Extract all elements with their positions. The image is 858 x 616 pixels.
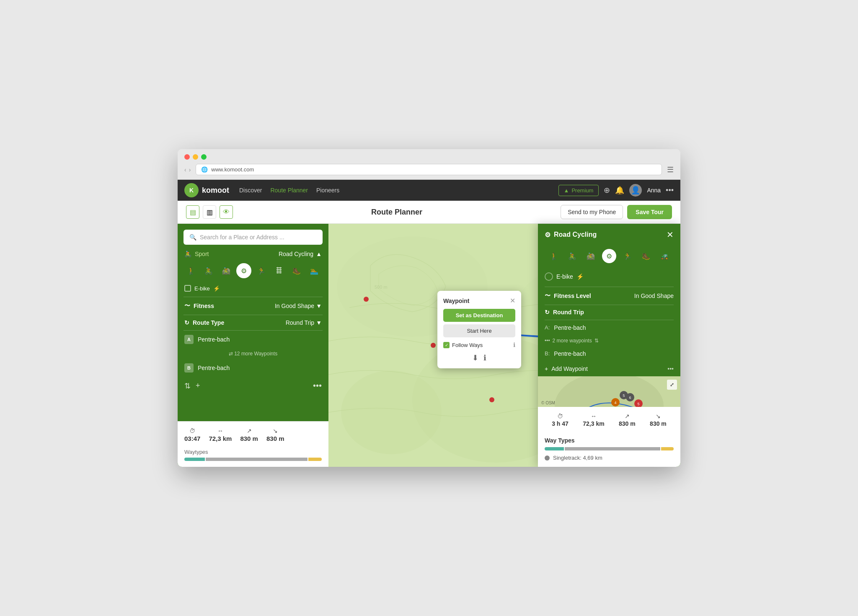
sport-icons-row: 🚶 🚴 🚵 ⚙ 🏃 🛤 🥾 🏊 [178,261,328,282]
panel-fitness-icon: 〜 [545,292,550,300]
waypoint-a-badge: A [184,335,194,344]
ebike-checkbox[interactable] [184,285,191,292]
panel-icon-road-cycling[interactable]: ⚙ [602,249,616,263]
panel-distance-icon: ↔ [591,413,597,419]
add-waypoint-button[interactable]: + [196,381,200,391]
left-sidebar: 🔍 Search for a Place or Address ... 🚴 Sp… [178,224,328,467]
sport-icon-road-cycling[interactable]: ⚙ [236,263,251,278]
fitness-row: 〜 Fitness In Good Shape ▼ [178,297,328,315]
panel-ebike-radio[interactable] [545,272,553,281]
panel-more-waypoints-text: 2 more waypoints [553,338,592,344]
waytypes-label: Waytypes [184,449,322,455]
lightning-icon: ⚡ [213,285,220,292]
list-view-button[interactable]: ▥ [203,205,216,219]
popup-close-button[interactable]: ✕ [510,297,515,305]
info-icon[interactable]: ℹ [483,353,486,362]
close-dot[interactable] [184,154,190,160]
panel-more-waypoints[interactable]: ••• 2 more waypoints ⇅ [538,335,680,346]
reorder-button[interactable]: ⇅ [184,381,191,391]
minimize-dot[interactable] [193,154,198,160]
svg-text:4: 4 [614,401,616,405]
nav-link-discover[interactable]: Discover [239,187,262,194]
add-icon-button[interactable]: ⊕ [604,186,610,195]
panel-round-trip: ↻ Round Trip [538,305,680,320]
chevron-up-icon: ▲ [316,251,322,257]
stat-descent: ↘ 830 m [266,427,284,442]
stats-bar: ⏱ 03:47 ↔ 72,3 km ↗ 830 m ↘ 830 m [178,421,328,446]
panel-waypoint-a-text: Pentre-bach [554,324,586,331]
panel-icon-hiking[interactable]: 🥾 [639,249,653,263]
waytype-segment-3 [308,458,322,461]
search-input[interactable]: 🔍 Search for a Place or Address ... [183,230,323,245]
add-waypoint-more-icon[interactable]: ••• [667,365,674,372]
fitness-value[interactable]: In Good Shape ▼ [275,303,322,309]
stat-distance: ↔ 72,3 km [209,427,232,442]
fitness-value-text: In Good Shape [275,303,314,309]
sport-icon-running[interactable]: 🏃 [254,263,269,278]
waypoint-a-item: A Pentre-bach [178,331,328,348]
browser-titlebar: ‹ › 🌐 www.komoot.com ☰ [178,149,680,180]
start-here-button[interactable]: Start Here [443,324,515,337]
nav-link-route-planner[interactable]: Route Planner [270,187,308,194]
mini-map[interactable]: 6 5 5 4 1 A ⤢ © OSM [538,376,680,407]
fullscreen-dot[interactable] [201,154,207,160]
page-title: Route Planner [233,208,561,217]
ascent-icon: ↗ [247,427,252,434]
follow-ways-info-icon[interactable]: ℹ [513,342,515,348]
panel-icon-gravel[interactable]: 🚜 [657,249,672,263]
panel-stat-distance: ↔ 72,3 km [583,413,604,427]
save-tour-button[interactable]: Save Tour [627,205,672,219]
back-arrow-icon[interactable]: ‹ [184,166,186,173]
more-options-button[interactable]: ••• [313,381,322,391]
stat-descent-value: 830 m [266,435,284,442]
osm-label: © OSM [541,401,555,405]
panel-icon-mtb[interactable]: 🚵 [584,249,598,263]
panel-icon-running[interactable]: 🏃 [620,249,635,263]
more-waypoints-text: ⇄ 12 more Waypoints [229,351,277,357]
route-type-value[interactable]: Round Trip ▼ [286,319,322,326]
browser-menu-icon[interactable]: ☰ [667,165,674,174]
send-to-phone-button[interactable]: Send to my Phone [561,205,623,219]
address-bar[interactable]: 🌐 www.komoot.com [196,164,662,175]
add-waypoint-text: Add Waypoint [551,365,588,372]
nav-right: ▲ Premium ⊕ 🔔 👤 Anna ••• [558,184,674,197]
follow-ways-checkbox[interactable]: ✓ [443,342,450,348]
download-icon[interactable]: ⬇ [472,353,478,362]
sport-icon-mtb[interactable]: 🚵 [219,263,234,278]
eye-view-button[interactable]: 👁 [220,205,233,219]
premium-button[interactable]: ▲ Premium [558,185,599,196]
sport-icon-cycling[interactable]: 🚴 [201,263,216,278]
avatar[interactable]: 👤 [629,184,642,197]
panel-lightning-icon: ⚡ [576,273,584,280]
panel-icon-cycling[interactable]: 🚴 [565,249,579,263]
panel-time-icon: ⏱ [557,413,563,419]
premium-label: Premium [571,187,593,194]
right-panel-close-button[interactable]: ✕ [667,230,674,240]
sport-icon-trekking[interactable]: 🥾 [289,263,304,278]
sport-icon-other[interactable]: 🏊 [307,263,322,278]
set-destination-button[interactable]: Set as Destination [443,309,515,322]
sport-value[interactable]: Road Cycling ▲ [279,251,322,257]
sidebar-view-button[interactable]: ▤ [186,205,199,219]
stat-time-value: 03:47 [184,435,200,442]
nav-link-pioneers[interactable]: Pioneers [316,187,339,194]
panel-time-value: 3 h 47 [552,420,569,427]
panel-icon-walking[interactable]: 🚶 [547,249,561,263]
view-icons: ▤ ▥ 👁 [186,205,233,219]
sport-icon-walking[interactable]: 🚶 [183,263,199,278]
forward-arrow-icon[interactable]: › [189,166,191,173]
waypoint-b-item: B Pentre-bach [178,359,328,377]
more-menu-icon[interactable]: ••• [666,186,674,195]
popup-title-text: Waypoint [443,298,469,304]
waytypes-bar: Waytypes [178,446,328,467]
nav-links: Discover Route Planner Pioneers [239,187,548,194]
logo-area[interactable]: K komoot [184,183,229,197]
notification-icon-button[interactable]: 🔔 [615,186,624,195]
sport-value-text: Road Cycling [279,251,313,257]
waypoint-b-text: Pentre-bach [198,365,230,371]
route-type-icon: ↻ [184,319,189,326]
sport-icon-gravel[interactable]: 🛤 [271,263,287,278]
panel-add-waypoint[interactable]: + Add Waypoint ••• [538,361,680,376]
mini-map-expand-button[interactable]: ⤢ [667,380,677,390]
panel-fitness-label-text: Fitness Level [554,292,591,299]
